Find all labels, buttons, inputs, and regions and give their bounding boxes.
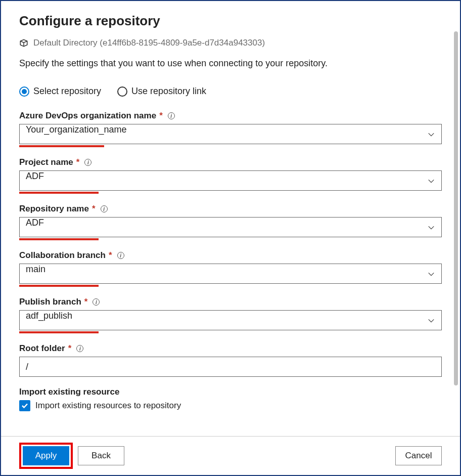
page-title: Configure a repository bbox=[19, 13, 442, 29]
field-repository-name: Repository name * i ADF bbox=[19, 204, 442, 240]
scrollbar-thumb[interactable] bbox=[454, 31, 458, 385]
directory-label: Default Directory (e14ff6b8-8195-4809-9a… bbox=[33, 38, 265, 48]
radio-label: Select repository bbox=[33, 86, 101, 97]
root-folder-input[interactable] bbox=[19, 357, 442, 377]
page-description: Specify the settings that you want to us… bbox=[19, 58, 442, 69]
checkbox-checked-icon bbox=[19, 400, 30, 411]
required-icon: * bbox=[92, 204, 96, 214]
repository-name-select[interactable]: ADF bbox=[19, 217, 442, 237]
info-icon[interactable]: i bbox=[76, 345, 83, 352]
import-existing-checkbox-row[interactable]: Import existing resources to repository bbox=[19, 400, 442, 411]
apply-button[interactable]: Apply bbox=[23, 446, 69, 465]
org-name-select[interactable]: Your_organization_name bbox=[19, 124, 442, 144]
field-project-name: Project name * i ADF bbox=[19, 157, 442, 194]
field-publish-branch: Publish branch * i adf_publish bbox=[19, 297, 442, 333]
info-icon[interactable]: i bbox=[101, 205, 108, 212]
back-button[interactable]: Back bbox=[78, 446, 124, 465]
label-text: Project name bbox=[19, 157, 73, 167]
collaboration-branch-select[interactable]: main bbox=[19, 264, 442, 284]
repo-mode-radio-group: Select repository Use repository link bbox=[19, 86, 442, 97]
field-label: Root folder * i bbox=[19, 343, 442, 354]
import-existing-section: Import existing resource Import existing… bbox=[19, 387, 442, 411]
radio-dot-selected-icon bbox=[19, 86, 29, 97]
field-root-folder: Root folder * i bbox=[19, 343, 442, 377]
panel-content: Configure a repository Default Directory… bbox=[1, 1, 460, 436]
info-icon[interactable]: i bbox=[84, 159, 91, 166]
label-text: Azure DevOps organization name bbox=[19, 111, 156, 121]
field-label: Publish branch * i bbox=[19, 297, 442, 307]
field-label: Collaboration branch * i bbox=[19, 250, 442, 261]
info-icon[interactable]: i bbox=[117, 252, 124, 259]
import-section-label: Import existing resource bbox=[19, 387, 442, 397]
label-text: Repository name bbox=[19, 204, 89, 214]
project-name-select[interactable]: ADF bbox=[19, 170, 442, 191]
radio-select-repository[interactable]: Select repository bbox=[19, 86, 101, 97]
info-icon[interactable]: i bbox=[93, 298, 100, 306]
highlight-underline bbox=[19, 285, 99, 287]
panel-footer: Apply Back Cancel bbox=[1, 436, 460, 475]
highlight-underline bbox=[19, 331, 99, 333]
radio-dot-icon bbox=[117, 86, 127, 97]
required-icon: * bbox=[159, 111, 163, 121]
label-text: Publish branch bbox=[19, 297, 81, 307]
required-icon: * bbox=[84, 297, 88, 307]
cancel-button[interactable]: Cancel bbox=[395, 446, 442, 465]
highlight-underline bbox=[19, 192, 99, 194]
checkbox-label: Import existing resources to repository bbox=[35, 401, 181, 411]
label-text: Collaboration branch bbox=[19, 250, 106, 261]
field-org-name: Azure DevOps organization name * i Your_… bbox=[19, 111, 442, 147]
field-label: Azure DevOps organization name * i bbox=[19, 111, 442, 121]
info-icon[interactable]: i bbox=[168, 112, 175, 119]
label-text: Root folder bbox=[19, 343, 65, 354]
field-label: Project name * i bbox=[19, 157, 442, 167]
radio-use-repository-link[interactable]: Use repository link bbox=[117, 86, 206, 97]
directory-icon bbox=[19, 38, 28, 48]
publish-branch-select[interactable]: adf_publish bbox=[19, 310, 442, 330]
configure-repository-panel: Configure a repository Default Directory… bbox=[1, 1, 460, 475]
breadcrumb: Default Directory (e14ff6b8-8195-4809-9a… bbox=[19, 38, 442, 48]
highlight-underline bbox=[19, 238, 99, 240]
apply-highlight-box: Apply bbox=[19, 443, 73, 469]
radio-label: Use repository link bbox=[131, 86, 206, 97]
required-icon: * bbox=[68, 343, 72, 354]
highlight-underline bbox=[19, 145, 104, 147]
field-label: Repository name * i bbox=[19, 204, 442, 214]
required-icon: * bbox=[76, 157, 80, 167]
required-icon: * bbox=[109, 250, 112, 261]
field-collaboration-branch: Collaboration branch * i main bbox=[19, 250, 442, 287]
